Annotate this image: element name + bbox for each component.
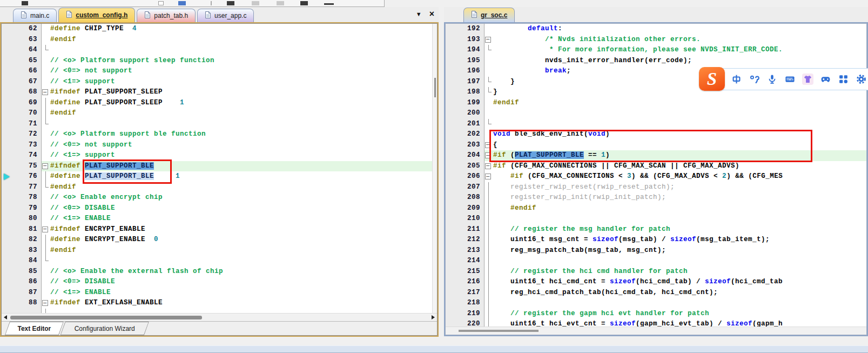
code-line-64: 64 (2, 45, 437, 56)
code-line-84: 84 (2, 256, 437, 267)
fold-marker-column[interactable]: − (42, 224, 50, 235)
virtual-keyboard-icon[interactable] (784, 74, 796, 85)
code-text: // <0=> DISABLE (50, 277, 437, 288)
gutter-margin (446, 245, 457, 256)
line-number: 192 (457, 24, 485, 35)
microphone-icon[interactable] (766, 74, 778, 85)
code-line-212: 212 uint16_t msg_cnt = sizeof(msg_tab) /… (446, 235, 866, 245)
tab-label: Configuration Wizard (61, 322, 149, 335)
toolbar-sliver (0, 0, 868, 7)
file-tab-custom_config-h[interactable]: custom_config.h (58, 8, 135, 22)
fold-collapse-icon[interactable]: − (42, 300, 48, 306)
gutter-margin (2, 298, 15, 309)
gutter-margin (446, 119, 457, 130)
code-text: // <o> Enable the external flash of chip (50, 267, 437, 277)
fold-marker-column (42, 119, 50, 130)
code-text (493, 119, 866, 130)
tab-list-dropdown-icon[interactable]: ▼ (416, 10, 422, 18)
fold-marker-column (485, 182, 493, 193)
code-text (493, 214, 866, 224)
left-horizontal-scrollbar[interactable] (2, 313, 437, 321)
skin-icon[interactable] (802, 74, 813, 85)
file-tab-label: custom_config.h (76, 11, 127, 19)
scroll-right-arrow-icon[interactable] (432, 315, 435, 319)
code-line-77: 77#endif (2, 182, 437, 193)
gutter-margin (2, 24, 15, 35)
tab-label: Text Editor (5, 322, 63, 335)
file-tab-label: user_app.c (214, 12, 246, 19)
fold-marker-column (42, 214, 50, 224)
left-horizontal-scrollbar-thumb[interactable] (10, 316, 202, 319)
fold-collapse-icon[interactable]: − (485, 174, 491, 179)
line-number: 217 (457, 288, 485, 298)
gutter-margin (446, 24, 457, 35)
line-number: 79 (15, 203, 42, 214)
line-number: 86 (15, 277, 42, 288)
code-text: #define ENCRYPT_ENABLE 0 (50, 235, 437, 245)
line-number: 63 (15, 35, 42, 45)
editor-window-left: main.ccustom_config.hpatch_tab.huser_app… (0, 7, 439, 337)
code-line-65: 65// <o> Platform support sleep function (2, 56, 437, 66)
fold-marker-column (42, 192, 50, 203)
left-vertical-scrollbar[interactable] (432, 24, 437, 313)
fold-collapse-icon[interactable]: − (42, 163, 48, 169)
fold-marker-column (485, 87, 493, 98)
code-line-71: 71 (2, 119, 437, 130)
right-horizontal-scrollbar-thumb[interactable] (459, 330, 539, 332)
fold-marker-column[interactable]: − (42, 298, 50, 309)
code-line-214: 214 (446, 256, 866, 267)
fold-marker-column[interactable]: − (42, 87, 50, 98)
code-editor-left[interactable]: 62#define CHIP_TYPE 463#endif6465// <o> … (2, 24, 437, 313)
file-tab-patch_tab-h[interactable]: patch_tab.h (137, 9, 196, 22)
settings-gear-icon[interactable] (856, 74, 867, 85)
fold-marker-column (485, 108, 493, 119)
code-text: // <1=> support (50, 77, 437, 88)
code-text: /* Nvds initialization other errors. (493, 35, 866, 45)
scroll-left-arrow-icon[interactable] (4, 315, 7, 319)
file-tab-gr_soc-c[interactable]: gr_soc.c (463, 8, 515, 22)
fold-collapse-icon[interactable]: − (485, 37, 491, 43)
right-horizontal-scrollbar[interactable] (446, 327, 866, 335)
code-line-74: 74// <1=> support (2, 150, 437, 161)
fold-marker-column[interactable]: − (485, 35, 493, 45)
line-number: 220 (457, 319, 485, 327)
line-number (15, 309, 42, 314)
fold-collapse-icon[interactable]: − (42, 227, 48, 232)
line-number: 77 (15, 182, 42, 193)
fold-collapse-icon[interactable]: − (42, 89, 48, 95)
gutter-margin (2, 35, 15, 45)
game-controller-icon[interactable] (820, 74, 831, 85)
tab-text-editor[interactable]: Text EditorText Editor (5, 322, 64, 335)
fold-marker-column (485, 214, 493, 224)
code-text: #endif (50, 35, 437, 45)
punctuation-icon[interactable] (749, 74, 760, 85)
code-line-80: 80// <1=> ENABLE (2, 214, 437, 224)
fold-marker-column (485, 309, 493, 319)
close-document-icon[interactable]: × (429, 10, 434, 18)
left-vertical-scrollbar-thumb[interactable] (434, 78, 436, 97)
gutter-margin (2, 214, 15, 224)
code-line-75: 75−#ifndef PLAT_SUPPORT_BLE (2, 161, 437, 172)
line-number: 215 (457, 267, 485, 277)
toolbox-icon[interactable] (838, 74, 849, 85)
file-tab-main-c[interactable]: main.c (13, 9, 57, 22)
chinese-mode-icon[interactable] (731, 74, 742, 85)
gutter-margin (2, 192, 15, 203)
line-number: 81 (15, 224, 42, 235)
code-text: // <o> Enable encrypt chip (50, 192, 437, 203)
sogou-logo-icon[interactable]: S (699, 67, 725, 91)
code-line-207: 207 register_rwip_reset(rwip_reset_patch… (446, 182, 866, 193)
fold-collapse-icon[interactable]: − (485, 163, 491, 169)
gutter-margin (446, 214, 457, 224)
fold-marker-column[interactable]: − (42, 161, 50, 172)
line-number: 208 (457, 192, 485, 203)
fold-marker-column[interactable]: − (485, 171, 493, 182)
fold-marker-column[interactable]: − (485, 161, 493, 172)
line-number: 69 (15, 98, 42, 109)
fold-marker-column (42, 203, 50, 214)
file-tab-user_app-c[interactable]: user_app.c (197, 9, 254, 22)
fold-marker-column (485, 319, 493, 327)
gutter-margin (446, 161, 457, 172)
line-number: 210 (457, 214, 485, 224)
tab-configuration-wizard[interactable]: Configuration WizardConfiguration Wizard (60, 322, 149, 335)
